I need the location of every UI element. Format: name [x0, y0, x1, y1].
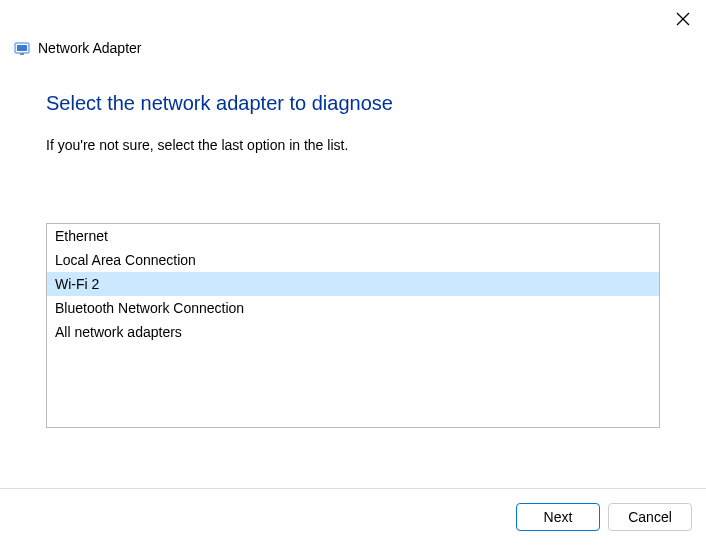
- footer-bar: Next Cancel: [0, 488, 706, 545]
- svg-rect-3: [17, 45, 27, 51]
- next-button[interactable]: Next: [516, 503, 600, 531]
- svg-rect-4: [20, 53, 24, 55]
- adapter-item-local-area-connection[interactable]: Local Area Connection: [47, 248, 659, 272]
- window-title: Network Adapter: [38, 40, 142, 56]
- network-adapter-icon: [14, 40, 30, 56]
- close-button[interactable]: [676, 12, 692, 28]
- adapter-item-wifi-2[interactable]: Wi-Fi 2: [47, 272, 659, 296]
- adapter-item-ethernet[interactable]: Ethernet: [47, 224, 659, 248]
- adapter-item-bluetooth[interactable]: Bluetooth Network Connection: [47, 296, 659, 320]
- close-icon: [676, 12, 690, 26]
- instruction-text: If you're not sure, select the last opti…: [46, 137, 660, 153]
- page-heading: Select the network adapter to diagnose: [46, 92, 660, 115]
- main-content: Select the network adapter to diagnose I…: [0, 56, 706, 428]
- cancel-button[interactable]: Cancel: [608, 503, 692, 531]
- window-header: Network Adapter: [0, 0, 706, 56]
- adapter-listbox[interactable]: Ethernet Local Area Connection Wi-Fi 2 B…: [46, 223, 660, 428]
- adapter-item-all[interactable]: All network adapters: [47, 320, 659, 344]
